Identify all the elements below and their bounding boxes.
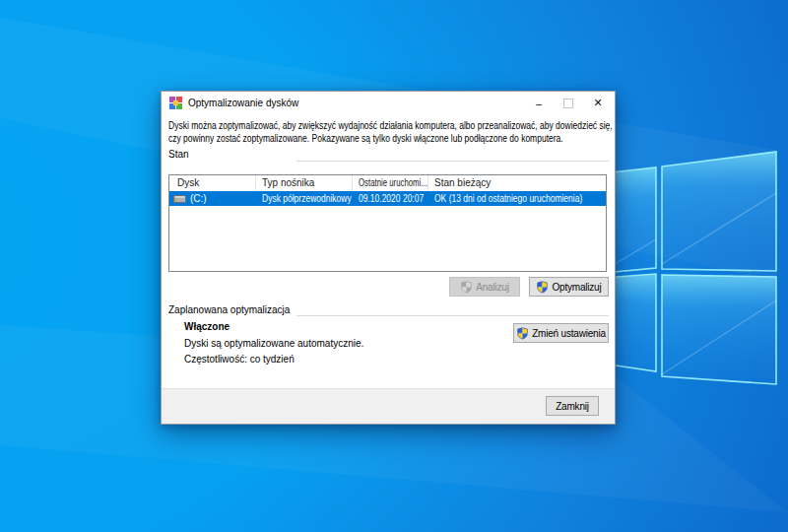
minimize-button[interactable]: – xyxy=(524,92,554,114)
column-header-media-type[interactable]: Typ nośnika xyxy=(256,175,353,191)
cell-last-run: 09.10.2020 20:07 xyxy=(353,193,428,204)
schedule-state: Włączone xyxy=(184,321,230,332)
change-settings-button[interactable]: Zmień ustawienia xyxy=(513,323,609,343)
dialog-footer: Zamknij xyxy=(162,388,615,424)
schedule-frequency: Częstotliwość: co tydzień xyxy=(184,354,295,365)
window-title: Optymalizowanie dysków xyxy=(188,98,298,108)
close-dialog-button[interactable]: Zamknij xyxy=(546,396,599,416)
maximize-icon xyxy=(563,99,573,108)
drives-listview: Dysk Typ nośnika Ostatnie uruchomi... St… xyxy=(168,174,607,272)
status-group-divider xyxy=(296,161,609,162)
drive-icon xyxy=(173,193,186,204)
titlebar: Optymalizowanie dysków – ✕ xyxy=(162,92,615,114)
maximize-button xyxy=(554,92,583,114)
analyze-button[interactable]: Analizuj xyxy=(449,277,520,297)
listview-header: Dysk Typ nośnika Ostatnie uruchomi... St… xyxy=(169,175,606,191)
schedule-group-divider xyxy=(296,315,609,316)
cell-media-type: Dysk półprzewodnikowy xyxy=(256,193,353,204)
column-header-last-run[interactable]: Ostatnie uruchomi... xyxy=(353,175,428,191)
schedule-group-label: Zaplanowana optymalizacja xyxy=(168,304,290,315)
drive-row-c[interactable]: (C:) Dysk półprzewodnikowy 09.10.2020 20… xyxy=(169,191,606,206)
cell-disk: (C:) xyxy=(169,193,256,204)
intro-line-1: Dyski można zoptymalizować, aby zwiększy… xyxy=(168,119,613,132)
uac-shield-icon-disabled xyxy=(460,281,473,294)
schedule-description: Dyski są optymalizowane automatycznie. xyxy=(184,338,363,349)
optimize-drives-dialog: Optymalizowanie dysków – ✕ Dyski można z… xyxy=(161,91,616,425)
column-header-current-state[interactable]: Stan bieżący xyxy=(428,175,606,191)
uac-shield-icon xyxy=(516,327,529,340)
optimize-button[interactable]: Optymalizuj xyxy=(529,277,609,297)
status-group-label: Stan xyxy=(168,149,189,160)
cell-current-state: OK (13 dni od ostatniego uruchomienia) xyxy=(428,193,606,204)
intro-text: Dyski można zoptymalizować, aby zwiększy… xyxy=(168,119,612,145)
uac-shield-icon xyxy=(536,281,549,294)
intro-line-2: czy powinny zostać zoptymalizowane. Poka… xyxy=(168,132,563,145)
close-button[interactable]: ✕ xyxy=(583,92,613,114)
logo-pane-bottom-right xyxy=(662,275,776,384)
defrag-app-icon xyxy=(169,97,182,109)
column-header-disk[interactable]: Dysk xyxy=(169,175,256,191)
